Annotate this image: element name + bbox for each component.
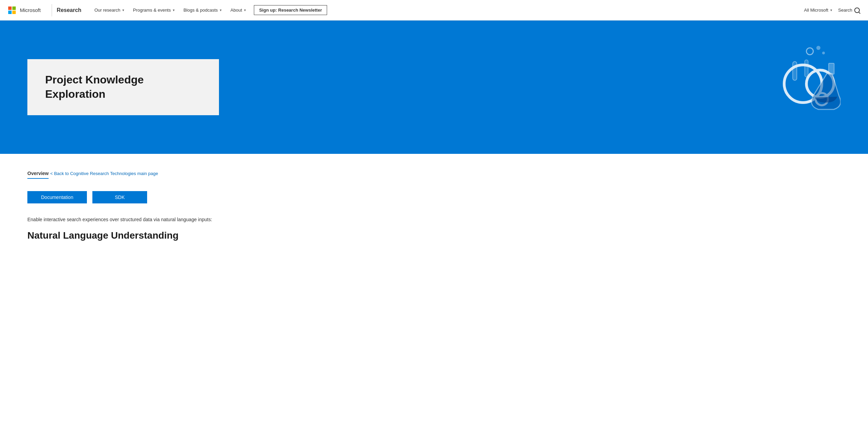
logo-area[interactable]: Microsoft — [8, 6, 41, 14]
chevron-down-icon: ▼ — [172, 9, 175, 12]
hero-title-box: Project Knowledge Exploration — [27, 59, 219, 115]
chevron-down-icon: ▼ — [830, 9, 833, 12]
button-row: Documentation SDK — [27, 191, 281, 203]
nav-right: All Microsoft ▼ Search — [804, 8, 860, 13]
nav-link-about[interactable]: About ▼ — [227, 5, 250, 15]
section-title: Natural Language Understanding — [27, 230, 281, 241]
svg-point-0 — [806, 48, 813, 55]
sdk-button[interactable]: SDK — [92, 191, 147, 203]
nav-brand: Research — [57, 7, 81, 13]
hero-title: Project Knowledge Exploration — [45, 73, 201, 101]
back-link[interactable]: < Back to Cognitive Research Technologie… — [50, 171, 158, 176]
nav-links: Our research ▼ Programs & events ▼ Blogs… — [91, 5, 804, 15]
hero-illustration — [752, 43, 841, 132]
svg-rect-7 — [793, 62, 797, 80]
chevron-down-icon: ▼ — [244, 9, 247, 12]
tab-overview[interactable]: Overview — [27, 171, 49, 179]
svg-rect-6 — [829, 63, 834, 74]
chevron-down-icon: ▼ — [122, 9, 125, 12]
documentation-button[interactable]: Documentation — [27, 191, 87, 203]
search-icon — [854, 8, 860, 13]
hero-section: Project Knowledge Exploration — [0, 21, 868, 154]
chevron-down-icon: ▼ — [219, 9, 222, 12]
content-area: Overview < Back to Cognitive Research Te… — [0, 154, 308, 257]
nav-link-blogs-podcasts[interactable]: Blogs & podcasts ▼ — [180, 5, 225, 15]
nav-divider — [52, 4, 52, 16]
newsletter-signup-button[interactable]: Sign up: Research Newsletter — [254, 5, 327, 15]
description-text: Enable interactive search experiences ov… — [27, 216, 281, 223]
microsoft-wordmark: Microsoft — [20, 7, 41, 13]
navbar: Microsoft Research Our research ▼ Progra… — [0, 0, 868, 21]
search-button[interactable]: Search — [838, 8, 860, 13]
nav-link-programs-events[interactable]: Programs & events ▼ — [130, 5, 179, 15]
microsoft-logo-icon — [8, 6, 16, 14]
svg-point-2 — [822, 52, 825, 54]
all-microsoft-menu[interactable]: All Microsoft ▼ — [804, 8, 833, 13]
svg-rect-8 — [805, 60, 808, 77]
svg-point-1 — [816, 46, 820, 50]
nav-link-our-research[interactable]: Our research ▼ — [91, 5, 128, 15]
